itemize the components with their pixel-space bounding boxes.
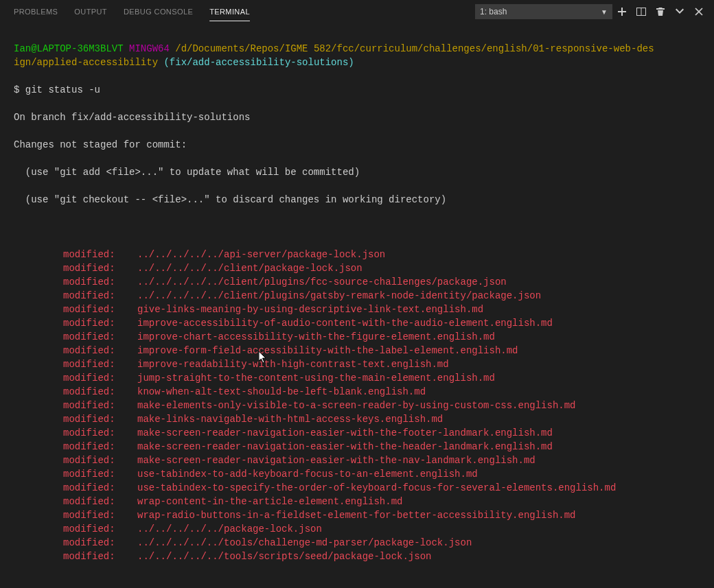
modified-file-path: make-screen-reader-navigation-easier-wit… bbox=[137, 455, 536, 466]
terminal-output[interactable]: Ian@LAPTOP-36M3BLVT MINGW64 /d/Documents… bbox=[0, 24, 714, 588]
modified-label: modified: bbox=[63, 426, 137, 440]
modified-file-path: use-tabindex-to-add-keyboard-focus-to-an… bbox=[137, 469, 478, 480]
modified-file-path: ../../../../../client/plugins/gatsby-rem… bbox=[137, 290, 541, 301]
trash-icon bbox=[655, 6, 666, 17]
modified-label: modified: bbox=[63, 316, 137, 330]
modified-file-row: modified:know-when-alt-text-should-be-le… bbox=[14, 385, 700, 399]
hint-add: (use "git add <file>..." to update what … bbox=[14, 165, 700, 179]
modified-file-path: ../../../../../tools/scripts/seed/packag… bbox=[137, 551, 431, 562]
kill-terminal-button[interactable] bbox=[651, 2, 670, 21]
modified-label: modified: bbox=[63, 248, 137, 261]
modified-file-path: know-when-alt-text-should-be-left-blank.… bbox=[137, 386, 426, 397]
modified-label: modified: bbox=[63, 412, 137, 426]
modified-file-path: ../../../../../tools/challenge-md-parser… bbox=[137, 537, 472, 548]
maximize-panel-button[interactable] bbox=[670, 2, 689, 21]
modified-file-path: make-elements-only-visible-to-a-screen-r… bbox=[137, 400, 576, 411]
modified-file-row: modified:wrap-radio-buttons-in-a-fieldse… bbox=[14, 508, 700, 522]
modified-label: modified: bbox=[63, 454, 137, 467]
modified-file-row: modified:../../../../../api-server/packa… bbox=[14, 248, 700, 261]
modified-file-row: modified:../../../../../client/plugins/g… bbox=[14, 289, 700, 303]
terminal-selector[interactable]: 1: bash ▼ bbox=[475, 4, 612, 19]
modified-file-path: ../../../../../client/package-lock.json bbox=[137, 263, 362, 274]
modified-label: modified: bbox=[63, 371, 137, 385]
modified-file-row: modified:use-tabindex-to-add-keyboard-fo… bbox=[14, 467, 700, 481]
modified-file-path: make-screen-reader-navigation-easier-wit… bbox=[137, 441, 553, 452]
close-icon bbox=[693, 6, 704, 17]
terminal-selector-label: 1: bash bbox=[480, 7, 507, 16]
modified-file-path: ../../../../../client/plugins/fcc-source… bbox=[137, 277, 507, 287]
tab-problems[interactable]: PROBLEMS bbox=[5, 8, 66, 16]
new-terminal-button[interactable] bbox=[612, 2, 632, 21]
modified-file-path: ../../../../../package-lock.json bbox=[137, 524, 322, 534]
modified-files-list: modified:../../../../../api-server/packa… bbox=[14, 248, 700, 563]
modified-file-path: improve-chart-accessibility-with-the-fig… bbox=[137, 331, 495, 342]
modified-label: modified: bbox=[63, 357, 137, 371]
modified-file-row: modified:improve-accessibility-of-audio-… bbox=[14, 316, 700, 330]
modified-label: modified: bbox=[63, 303, 137, 316]
branch-status: On branch fix/add-accessibility-solution… bbox=[14, 110, 700, 124]
panel-tabbar: PROBLEMS OUTPUT DEBUG CONSOLE TERMINAL 1… bbox=[0, 0, 714, 24]
tab-debug-console[interactable]: DEBUG CONSOLE bbox=[115, 8, 201, 16]
modified-file-row: modified:../../../../../client/package-l… bbox=[14, 261, 700, 275]
modified-label: modified: bbox=[63, 344, 137, 357]
modified-label: modified: bbox=[63, 289, 137, 303]
modified-file-row: modified:make-screen-reader-navigation-e… bbox=[14, 440, 700, 454]
tab-output[interactable]: OUTPUT bbox=[66, 8, 115, 16]
modified-label: modified: bbox=[63, 508, 137, 522]
command-line: $ git status -u bbox=[14, 83, 700, 97]
modified-label: modified: bbox=[63, 275, 137, 289]
modified-file-path: make-screen-reader-navigation-easier-wit… bbox=[137, 427, 553, 438]
modified-label: modified: bbox=[63, 522, 137, 536]
modified-label: modified: bbox=[63, 385, 137, 399]
modified-file-path: wrap-content-in-the-article-element.engl… bbox=[137, 496, 402, 507]
modified-label: modified: bbox=[63, 495, 137, 508]
modified-file-row: modified:jump-straight-to-the-content-us… bbox=[14, 371, 700, 385]
chevron-down-icon bbox=[674, 6, 685, 17]
modified-file-path: improve-accessibility-of-audio-content-w… bbox=[137, 318, 553, 329]
modified-label: modified: bbox=[63, 481, 137, 495]
modified-file-path: ../../../../../api-server/package-lock.j… bbox=[137, 249, 385, 260]
modified-file-path: make-links-navigable-with-html-access-ke… bbox=[137, 414, 443, 425]
modified-file-path: jump-straight-to-the-content-using-the-m… bbox=[137, 373, 495, 384]
modified-file-path: improve-readability-with-high-contrast-t… bbox=[137, 359, 449, 370]
modified-file-path: wrap-radio-buttons-in-a-fieldset-element… bbox=[137, 510, 576, 521]
modified-file-row: modified:use-tabindex-to-specify-the-ord… bbox=[14, 481, 700, 495]
split-terminal-button[interactable] bbox=[632, 2, 651, 21]
modified-label: modified: bbox=[63, 550, 137, 563]
modified-file-row: modified:make-elements-only-visible-to-a… bbox=[14, 399, 700, 412]
modified-file-row: modified:wrap-content-in-the-article-ele… bbox=[14, 495, 700, 508]
modified-label: modified: bbox=[63, 330, 137, 344]
modified-file-row: modified:give-links-meaning-by-using-des… bbox=[14, 303, 700, 316]
tab-terminal[interactable]: TERMINAL bbox=[201, 8, 258, 16]
modified-label: modified: bbox=[63, 399, 137, 412]
modified-label: modified: bbox=[63, 536, 137, 550]
modified-file-row: modified:improve-form-field-accessibilit… bbox=[14, 344, 700, 357]
modified-file-row: modified:../../../../../package-lock.jso… bbox=[14, 522, 700, 536]
modified-file-path: give-links-meaning-by-using-descriptive-… bbox=[137, 304, 483, 315]
prompt-line: Ian@LAPTOP-36M3BLVT MINGW64 /d/Documents… bbox=[14, 42, 700, 69]
modified-label: modified: bbox=[63, 440, 137, 454]
modified-file-row: modified:make-screen-reader-navigation-e… bbox=[14, 454, 700, 467]
hint-checkout: (use "git checkout -- <file>..." to disc… bbox=[14, 193, 700, 207]
modified-file-row: modified:make-screen-reader-navigation-e… bbox=[14, 426, 700, 440]
modified-file-row: modified:../../../../../tools/scripts/se… bbox=[14, 550, 700, 563]
modified-file-row: modified:../../../../../client/plugins/f… bbox=[14, 275, 700, 289]
plus-icon bbox=[617, 6, 627, 17]
modified-file-row: modified:improve-readability-with-high-c… bbox=[14, 357, 700, 371]
modified-label: modified: bbox=[63, 261, 137, 275]
modified-file-path: use-tabindex-to-specify-the-order-of-key… bbox=[137, 482, 616, 493]
modified-file-row: modified:make-links-navigable-with-html-… bbox=[14, 412, 700, 426]
modified-label: modified: bbox=[63, 467, 137, 481]
not-staged-header: Changes not staged for commit: bbox=[14, 138, 700, 152]
modified-file-row: modified:../../../../../tools/challenge-… bbox=[14, 536, 700, 550]
chevron-down-icon: ▼ bbox=[601, 8, 608, 16]
modified-file-path: improve-form-field-accessibility-with-th… bbox=[137, 345, 518, 356]
modified-file-row: modified:improve-chart-accessibility-wit… bbox=[14, 330, 700, 344]
split-icon bbox=[636, 6, 647, 17]
close-panel-button[interactable] bbox=[689, 2, 709, 21]
